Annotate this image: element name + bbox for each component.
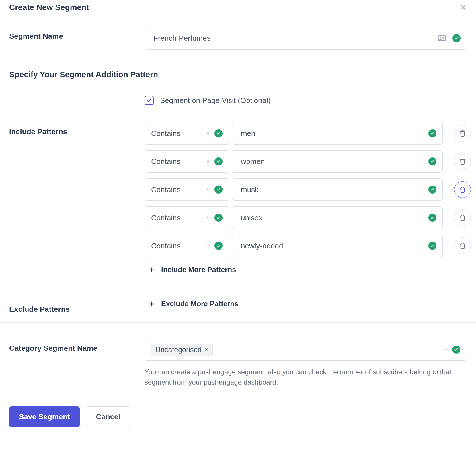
operator-select[interactable]: Contains [145, 122, 229, 145]
include-patterns-label: Include Patterns [9, 122, 145, 136]
delete-pattern-button[interactable] [454, 181, 471, 198]
validation-check-icon [214, 242, 223, 250]
operator-value: Contains [151, 129, 202, 138]
chevron-down-icon [205, 159, 211, 164]
chevron-down-icon [205, 243, 211, 249]
pattern-value-input[interactable] [232, 150, 443, 173]
addition-pattern-title: Specify Your Segment Addition Pattern [9, 70, 467, 79]
validation-check-icon [428, 214, 436, 222]
include-pattern-row: Contains [145, 150, 471, 173]
operator-select[interactable]: Contains [145, 178, 229, 201]
id-card-icon [438, 34, 446, 42]
remove-tag-icon[interactable] [204, 347, 208, 353]
pattern-value-input[interactable] [232, 206, 443, 229]
include-pattern-row: Contains [145, 206, 471, 229]
operator-select[interactable]: Contains [145, 206, 229, 229]
validation-check-icon [428, 157, 436, 165]
validation-check-icon [214, 214, 223, 222]
cancel-button[interactable]: Cancel [86, 406, 130, 427]
save-button[interactable]: Save Segment [9, 406, 80, 427]
operator-select[interactable]: Contains [145, 235, 229, 257]
validation-check-icon [452, 346, 460, 354]
include-more-button[interactable]: Include More Patterns [145, 266, 471, 274]
plus-icon [149, 267, 155, 273]
segment-name-input[interactable] [145, 27, 467, 50]
include-pattern-row: Contains [145, 122, 471, 145]
close-icon[interactable] [459, 4, 467, 11]
chevron-down-icon [205, 215, 211, 221]
dialog-header: Create New Segment [0, 0, 476, 18]
include-more-label: Include More Patterns [161, 266, 236, 274]
operator-value: Contains [151, 185, 202, 194]
svg-point-3 [440, 37, 441, 38]
delete-pattern-button[interactable] [454, 237, 471, 254]
chevron-down-icon [205, 130, 211, 136]
validation-check-icon [428, 129, 436, 137]
svg-rect-2 [438, 36, 446, 41]
validation-check-icon [214, 157, 223, 165]
operator-select[interactable]: Contains [145, 150, 229, 173]
exclude-more-button[interactable]: Exclude More Patterns [145, 300, 467, 308]
validation-check-icon [428, 186, 436, 194]
exclude-more-label: Exclude More Patterns [161, 300, 239, 308]
validation-check-icon [452, 34, 461, 42]
include-pattern-row: Contains [145, 235, 471, 257]
exclude-patterns-label: Exclude Patterns [9, 300, 145, 314]
delete-pattern-button[interactable] [454, 125, 471, 142]
pattern-value-input[interactable] [232, 122, 443, 145]
page-visit-checkbox[interactable] [145, 96, 154, 105]
page-visit-label: Segment on Page Visit (Optional) [160, 96, 270, 105]
operator-value: Contains [151, 213, 202, 222]
category-tag: Uncategorised [151, 344, 213, 356]
operator-value: Contains [151, 241, 202, 250]
validation-check-icon [214, 186, 223, 194]
category-help-text: You can create a pushengage segment, als… [145, 367, 457, 387]
chevron-down-icon [205, 187, 211, 192]
include-pattern-row: Contains [145, 178, 471, 201]
pattern-value-input[interactable] [232, 178, 443, 201]
pattern-value-input[interactable] [232, 235, 443, 257]
validation-check-icon [428, 242, 436, 250]
category-label: Category Segment Name [9, 339, 145, 353]
delete-pattern-button[interactable] [454, 209, 471, 226]
dialog-footer: Save Segment Cancel [0, 396, 476, 437]
delete-pattern-button[interactable] [454, 153, 471, 170]
dialog-title: Create New Segment [9, 3, 89, 12]
category-tag-label: Uncategorised [155, 346, 202, 354]
validation-check-icon [214, 129, 223, 137]
category-select[interactable]: Uncategorised [145, 339, 467, 361]
chevron-down-icon [443, 347, 449, 352]
plus-icon [149, 301, 155, 307]
operator-value: Contains [151, 157, 202, 166]
segment-name-label: Segment Name [9, 27, 145, 41]
